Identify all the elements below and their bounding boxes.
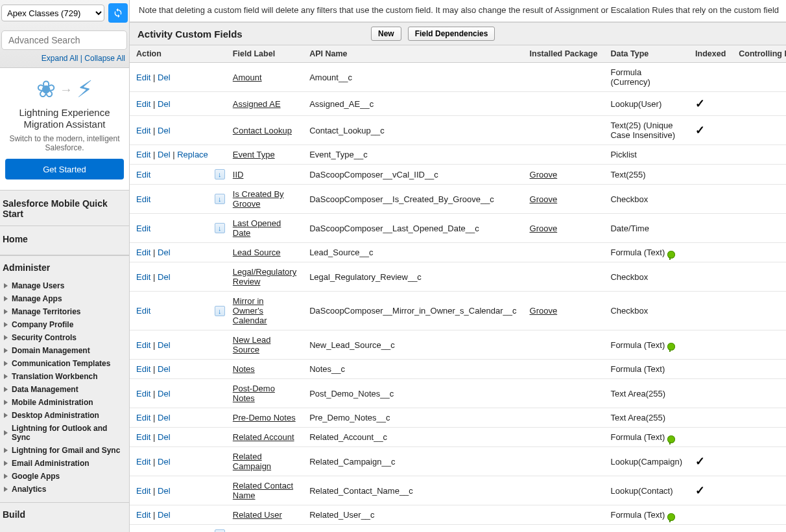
field-label-link[interactable]: Amount bbox=[233, 73, 262, 82]
sidebar-item[interactable]: Manage Apps bbox=[3, 292, 126, 305]
package-link[interactable]: Groove bbox=[530, 194, 558, 204]
field-label-link[interactable]: Lead Source bbox=[233, 248, 281, 257]
edit-link[interactable]: Edit bbox=[136, 126, 150, 135]
field-label-link[interactable]: Mirror in Owner's Calendar bbox=[233, 296, 267, 325]
edit-link[interactable]: Edit bbox=[136, 364, 150, 374]
del-link[interactable]: Del bbox=[158, 457, 171, 467]
sidebar-item[interactable]: Security Controls bbox=[3, 331, 126, 344]
get-started-button[interactable]: Get Started bbox=[5, 159, 124, 179]
field-label-link[interactable]: Related Account bbox=[233, 432, 294, 442]
sidebar-item[interactable]: Translation Workbench bbox=[3, 370, 126, 383]
del-link[interactable]: Del bbox=[158, 413, 171, 422]
edit-link[interactable]: Edit bbox=[136, 389, 150, 399]
field-label-link[interactable]: IID bbox=[233, 170, 244, 179]
field-label-link[interactable]: Notes bbox=[233, 364, 255, 374]
chevron-right-icon bbox=[4, 387, 8, 392]
sidebar-item[interactable]: Lightning for Gmail and Sync bbox=[3, 444, 126, 457]
sidebar-item[interactable]: Google Apps bbox=[3, 470, 126, 483]
del-link[interactable]: Del bbox=[158, 486, 171, 496]
action-cell: Edit | Del bbox=[130, 505, 215, 525]
edit-link[interactable]: Edit bbox=[136, 150, 150, 159]
search-input[interactable] bbox=[1, 30, 127, 50]
field-label-link[interactable]: Post-Demo Notes bbox=[233, 384, 275, 403]
edit-link[interactable]: Edit bbox=[136, 486, 150, 496]
field-label-link[interactable]: Last Opened Date bbox=[233, 218, 281, 238]
field-label-cell: Pre-Demo Notes bbox=[226, 408, 303, 428]
del-link[interactable]: Del bbox=[158, 432, 171, 442]
expand-all-link[interactable]: Expand All bbox=[42, 54, 78, 63]
field-label-link[interactable]: Pre-Demo Notes bbox=[233, 413, 296, 422]
field-label-link[interactable]: Contact Lookup bbox=[233, 126, 292, 135]
refresh-button[interactable] bbox=[108, 3, 128, 23]
field-label-link[interactable]: Event Type bbox=[233, 150, 275, 159]
field-label-cell: Notes bbox=[226, 360, 303, 379]
edit-link[interactable]: Edit bbox=[136, 530, 150, 533]
table-row: Edit | DelRelated Contact NameRelated_Co… bbox=[130, 476, 786, 505]
build-heading: Build bbox=[0, 502, 129, 524]
chevron-right-icon bbox=[4, 296, 8, 301]
sidebar-item[interactable]: Domain Management bbox=[3, 344, 126, 357]
edit-link[interactable]: Edit bbox=[136, 194, 150, 204]
package-link[interactable]: Groove bbox=[530, 530, 558, 533]
field-label-link[interactable]: Assigned AE bbox=[233, 99, 281, 109]
sidebar-item[interactable]: Lightning for Outlook and Sync bbox=[3, 422, 126, 444]
del-link[interactable]: Del bbox=[158, 248, 171, 257]
collapse-all-link[interactable]: Collapse All bbox=[84, 54, 125, 63]
edit-link[interactable]: Edit bbox=[136, 272, 150, 282]
field-label-link[interactable]: New Lead Source bbox=[233, 335, 271, 354]
del-link[interactable]: Del bbox=[158, 364, 171, 374]
edit-link[interactable]: Edit bbox=[136, 510, 150, 520]
sidebar-item[interactable]: Analytics bbox=[3, 483, 126, 496]
del-link[interactable]: Del bbox=[158, 340, 171, 350]
new-field-button[interactable]: New bbox=[371, 27, 401, 41]
chevron-right-icon bbox=[4, 487, 8, 492]
object-select[interactable]: Apex Classes (729) bbox=[1, 5, 104, 21]
sidebar-item[interactable]: Communication Templates bbox=[3, 357, 126, 370]
package-link[interactable]: Groove bbox=[530, 306, 558, 316]
sidebar-item[interactable]: Data Management bbox=[3, 383, 126, 396]
edit-link[interactable]: Edit bbox=[136, 457, 150, 467]
field-label-link[interactable]: Legal/Regulatory Review bbox=[233, 267, 296, 286]
edit-link[interactable]: Edit bbox=[136, 99, 150, 109]
sidebar-item[interactable]: Manage Users bbox=[3, 279, 126, 292]
indexed-cell bbox=[689, 360, 732, 379]
del-link[interactable]: Del bbox=[158, 73, 171, 82]
sidebar-item[interactable]: Email Administration bbox=[3, 457, 126, 470]
field-label-link[interactable]: Is Created By Groove bbox=[233, 189, 284, 209]
del-link[interactable]: Del bbox=[158, 510, 171, 520]
edit-link[interactable]: Edit bbox=[136, 73, 150, 82]
field-label-link[interactable]: Related User bbox=[233, 510, 282, 520]
replace-link[interactable]: Replace bbox=[177, 150, 208, 159]
del-link[interactable]: Del bbox=[158, 126, 171, 135]
field-dependencies-button[interactable]: Field Dependencies bbox=[408, 27, 495, 41]
setup-sidebar: Apex Classes (729) Expand All | Collapse… bbox=[0, 0, 130, 532]
field-label-link[interactable]: Related Contact Name bbox=[233, 481, 293, 500]
promo-icons: ❀ → ⚡︎ bbox=[5, 76, 124, 103]
api-name-cell: DaScoopComposer__Replied__c bbox=[303, 525, 523, 533]
data-type-cell: Lookup(Campaign) bbox=[604, 447, 689, 476]
package-link[interactable]: Groove bbox=[530, 170, 558, 179]
field-label-link[interactable]: Related Campaign bbox=[233, 452, 271, 471]
field-label-link[interactable]: Replied bbox=[233, 530, 261, 533]
del-link[interactable]: Del bbox=[158, 99, 171, 109]
sidebar-item[interactable]: Desktop Administration bbox=[3, 409, 126, 422]
controlling-field-cell bbox=[732, 505, 786, 525]
edit-link[interactable]: Edit bbox=[136, 248, 150, 257]
edit-link[interactable]: Edit bbox=[136, 432, 150, 442]
sidebar-item[interactable]: Mobile Administration bbox=[3, 396, 126, 409]
edit-link[interactable]: Edit bbox=[136, 413, 150, 422]
del-link[interactable]: Del bbox=[158, 389, 171, 399]
edit-link[interactable]: Edit bbox=[136, 306, 150, 316]
sidebar-item[interactable]: Manage Territories bbox=[3, 305, 126, 318]
package-icon-cell bbox=[215, 116, 226, 145]
sidebar-home-link[interactable]: Home bbox=[0, 226, 129, 248]
indexed-cell bbox=[689, 116, 732, 145]
edit-link[interactable]: Edit bbox=[136, 224, 150, 233]
mobile-quickstart-link[interactable]: Salesforce Mobile Quick Start bbox=[0, 191, 129, 226]
del-link[interactable]: Del bbox=[158, 272, 171, 282]
edit-link[interactable]: Edit bbox=[136, 170, 150, 179]
sidebar-item[interactable]: Company Profile bbox=[3, 318, 126, 331]
edit-link[interactable]: Edit bbox=[136, 340, 150, 350]
del-link[interactable]: Del bbox=[158, 150, 171, 159]
package-link[interactable]: Groove bbox=[530, 224, 558, 233]
